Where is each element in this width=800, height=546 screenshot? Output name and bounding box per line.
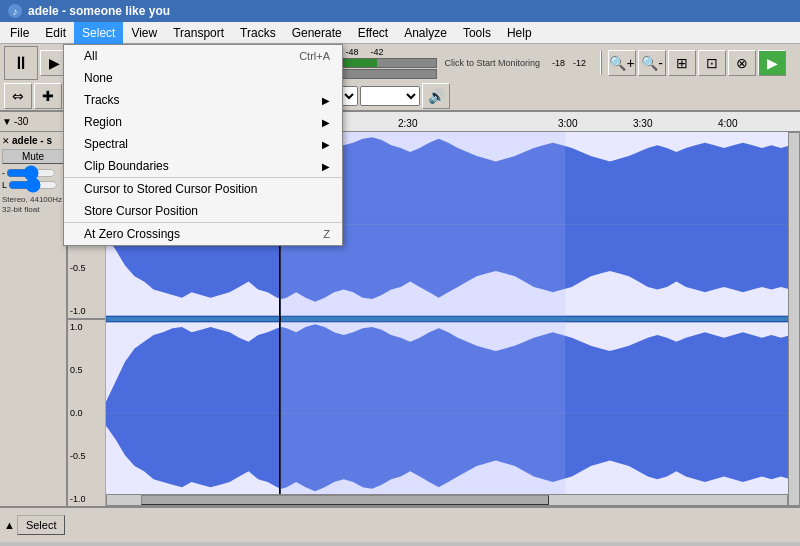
select-tool-button[interactable]: Select (17, 515, 66, 535)
tool-move[interactable]: ⇔ (4, 83, 32, 109)
menu-tracks-sub[interactable]: Tracks ▶ (64, 89, 342, 111)
scale-neg05: -0.5 (70, 263, 103, 273)
db-labels-right: -18 -12 (548, 58, 590, 68)
ruler-2-30: 2:30 (398, 118, 417, 129)
menu-effect[interactable]: Effect (350, 22, 396, 44)
volume-slider[interactable] (6, 169, 56, 177)
vertical-scrollbar[interactable] (788, 132, 800, 506)
ruler-3-30: 3:30 (633, 118, 652, 129)
select-menu: All Ctrl+A None Tracks ▶ Region ▶ Spectr… (63, 44, 343, 246)
ruler-spacer: ▼ -30 (0, 112, 66, 132)
svg-rect-3 (106, 316, 800, 321)
click-to-monitor[interactable]: Click to Start Monitoring (439, 58, 547, 68)
scale-zero-2: 0.0 (70, 408, 103, 418)
menu-generate[interactable]: Generate (284, 22, 350, 44)
zoom-sel-button[interactable]: ⊡ (698, 50, 726, 76)
scale-mid-2: 0.5 (70, 365, 103, 375)
bottom-left: ▲ Select (4, 515, 65, 535)
meter-area: LR -54 -48 -42 Click to Start Monitoring… (304, 47, 594, 79)
scale-neg05-2: -0.5 (70, 451, 103, 461)
audio-output-btn[interactable]: 🔊 (422, 83, 450, 109)
menu-edit[interactable]: Edit (37, 22, 74, 44)
horizontal-scrollbar[interactable] (106, 494, 788, 506)
menu-all[interactable]: All Ctrl+A (64, 45, 342, 67)
fit-button[interactable]: ⊞ (668, 50, 696, 76)
pause-button[interactable]: ⏸ (4, 46, 38, 80)
track-header-row: ✕ adele - s (2, 135, 64, 146)
scale-neg1-2: -1.0 (70, 494, 103, 504)
track-detail: Stereo, 44100Hz32-bit float (2, 195, 64, 216)
menu-file[interactable]: File (2, 22, 37, 44)
svg-rect-12 (280, 322, 565, 506)
scrollbar-thumb[interactable] (141, 495, 549, 505)
menu-cursor-to-stored[interactable]: Cursor to Stored Cursor Position (64, 178, 342, 200)
menu-region-sub[interactable]: Region ▶ (64, 111, 342, 133)
zoom-out-button[interactable]: 🔍- (638, 50, 666, 76)
ruler-3-00: 3:00 (558, 118, 577, 129)
select-dropdown: All Ctrl+A None Tracks ▶ Region ▶ Spectr… (63, 44, 343, 246)
zoom-in-button[interactable]: 🔍+ (608, 50, 636, 76)
scale-top-2: 1.0 (70, 322, 103, 332)
track-control-1: ✕ adele - s Mute - L Stereo, 44100Hz32-b… (0, 132, 66, 506)
pan-slider[interactable] (8, 181, 58, 189)
title-text: adele - someone like you (28, 4, 170, 18)
volume-icon: - (2, 168, 5, 178)
menu-help[interactable]: Help (499, 22, 540, 44)
app-icon: ♪ (8, 4, 22, 18)
mute-button[interactable]: Mute (2, 149, 64, 164)
track-info-panel: ▼ -30 ✕ adele - s Mute - L Stereo, 44100… (0, 112, 68, 506)
separator-3 (600, 51, 602, 75)
volume-indicator: ▼ (2, 116, 12, 127)
tools-btn-5[interactable]: ⊗ (728, 50, 756, 76)
play-green-button[interactable]: ▶ (758, 50, 786, 76)
menu-clip-boundaries[interactable]: Clip Boundaries ▶ (64, 155, 342, 178)
pan-slider-row: L (2, 180, 64, 190)
menu-select[interactable]: Select (74, 22, 123, 44)
menu-analyze[interactable]: Analyze (396, 22, 455, 44)
title-bar: ♪ adele - someone like you (0, 0, 800, 22)
track-close-icon[interactable]: ✕ (2, 136, 10, 146)
menu-tools[interactable]: Tools (455, 22, 499, 44)
menu-at-zero-crossings[interactable]: At Zero Crossings Z (64, 223, 342, 245)
menu-bar: File Edit Select View Transport Tracks G… (0, 22, 800, 44)
bottom-toolbar: ▲ Select (0, 506, 800, 542)
pitch-select[interactable] (360, 86, 420, 106)
track-name: adele - s (12, 135, 52, 146)
scale-neg1: -1.0 (70, 306, 103, 316)
menu-tracks[interactable]: Tracks (232, 22, 284, 44)
tool-multi[interactable]: ✚ (34, 83, 62, 109)
pan-label: L (2, 180, 7, 190)
menu-store-cursor[interactable]: Store Cursor Position (64, 200, 342, 223)
menu-view[interactable]: View (123, 22, 165, 44)
ruler-4-00: 4:00 (718, 118, 737, 129)
expand-icon[interactable]: ▲ (4, 519, 15, 531)
menu-none[interactable]: None (64, 67, 342, 89)
volume-value: -30 (14, 116, 28, 127)
scale-lower: 1.0 0.5 0.0 -0.5 -1.0 (68, 320, 105, 506)
menu-spectral-sub[interactable]: Spectral ▶ (64, 133, 342, 155)
menu-transport[interactable]: Transport (165, 22, 232, 44)
